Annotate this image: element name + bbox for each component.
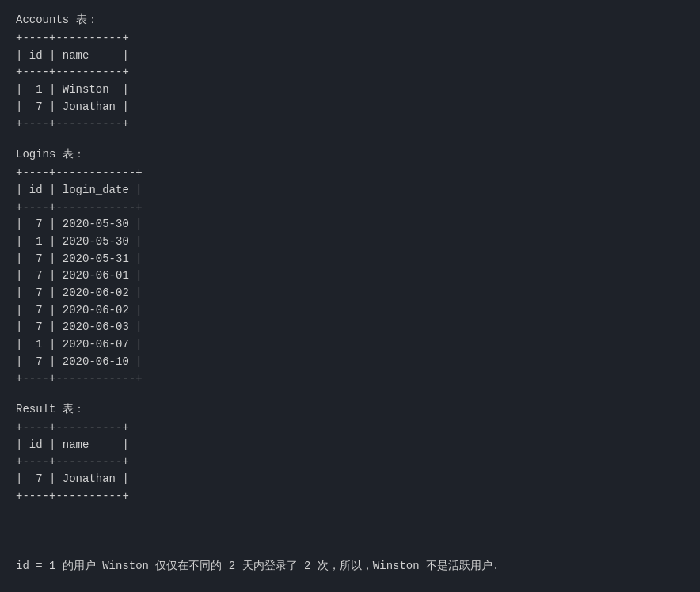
logins-section: Logins 表： +----+------------+ | id | log… [16, 147, 684, 388]
logins-table: +----+------------+ | id | login_date | … [16, 165, 684, 388]
accounts-section: Accounts 表： +----+----------+ | id | nam… [16, 13, 684, 133]
logins-title: Logins 表： [16, 147, 684, 161]
accounts-table: +----+----------+ | id | name | +----+--… [16, 30, 684, 133]
main-content: Accounts 表： +----+----------+ | id | nam… [16, 13, 684, 592]
description-line1: id = 1 的用户 Winston 仅仅在不同的 2 天内登录了 2 次，所以… [16, 557, 684, 576]
result-title: Result 表： [16, 402, 684, 416]
result-table: +----+----------+ | id | name | +----+--… [16, 419, 684, 505]
description-block: id = 1 的用户 Winston 仅仅在不同的 2 天内登录了 2 次，所以… [16, 520, 684, 593]
accounts-title: Accounts 表： [16, 13, 684, 27]
result-section: Result 表： +----+----------+ | id | name … [16, 402, 684, 505]
